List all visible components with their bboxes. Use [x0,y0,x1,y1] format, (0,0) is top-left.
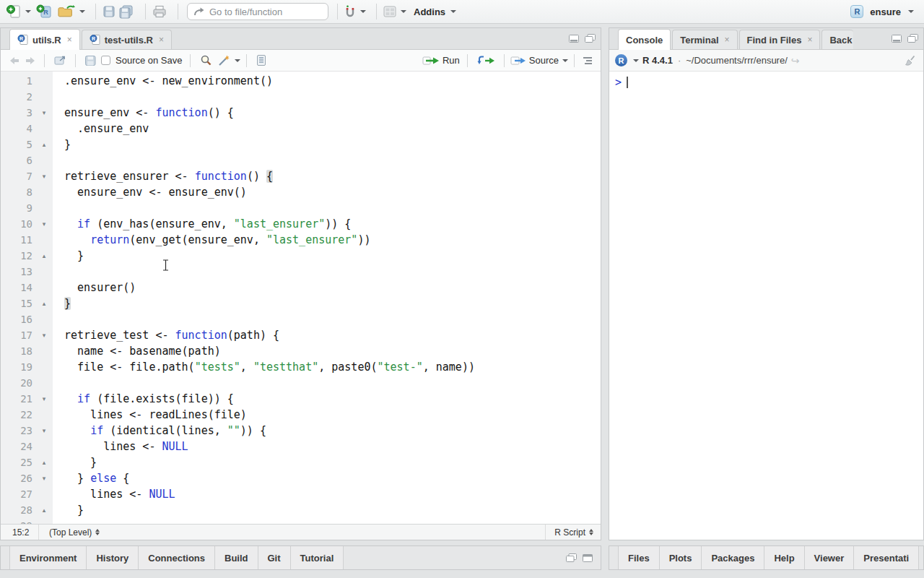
code-line[interactable]: 1.ensure_env <- new_environment() [1,73,601,89]
compile-report-icon[interactable] [256,54,267,66]
code-line[interactable]: 20 [1,375,601,391]
code-line[interactable]: 23▾ if (identical(lines, "")) { [1,423,601,439]
code-line[interactable]: 27 lines <- NULL [1,486,601,502]
code-line[interactable]: 4 .ensure_env [1,121,601,137]
save-icon[interactable] [102,4,116,19]
new-file-icon[interactable] [6,4,22,19]
tab-tutorial[interactable]: Tutorial [291,546,344,569]
tab-plots[interactable]: Plots [660,546,702,569]
fold-open-icon[interactable]: ▾ [35,327,53,343]
code-line[interactable]: 15▴} [1,296,601,311]
save-all-icon[interactable] [118,4,135,19]
code-line[interactable]: 7▾retrieve_ensurer <- function() { [1,168,601,184]
fold-open-icon[interactable]: ▾ [35,216,53,232]
close-icon[interactable]: × [67,35,72,45]
tab-presentation[interactable]: Presentati [854,546,919,569]
code-line[interactable]: 16 [1,311,601,327]
addins-menu[interactable]: Addins [411,7,456,17]
goto-file-box[interactable] [187,3,328,20]
code-line[interactable]: 11 return(env_get(ensure_env, "last_ensu… [1,232,601,248]
code-line[interactable]: 8 ensure_env <- ensure_env() [1,184,601,200]
open-folder-icon[interactable] [57,4,76,19]
code-line[interactable]: 12▴ } [1,248,601,264]
restore-icon[interactable] [565,553,578,563]
fold-close-icon[interactable]: ▴ [35,454,53,470]
close-icon[interactable]: × [725,35,730,45]
file-type-selector[interactable]: R Script [545,525,601,540]
close-icon[interactable]: × [159,35,164,45]
code-line[interactable]: 13 [1,264,601,280]
maximize-icon[interactable] [582,553,593,563]
code-line[interactable]: 5▴} [1,137,601,152]
open-dir-icon[interactable]: ↪ [791,55,800,66]
minimize-icon[interactable] [891,34,902,43]
fold-open-icon[interactable]: ▾ [35,391,53,407]
vcs-caret-icon[interactable] [360,10,366,13]
maximize-icon[interactable] [907,33,919,43]
r-version-caret-icon[interactable] [633,59,639,62]
code-line[interactable]: 25▴ } [1,454,601,470]
fold-open-icon[interactable]: ▾ [35,105,53,121]
maximize-icon[interactable] [584,33,596,43]
broom-icon[interactable] [905,54,918,67]
outline-icon[interactable] [580,56,593,66]
tab-console[interactable]: Console [618,29,671,50]
rerun-icon[interactable] [476,55,495,66]
fold-close-icon[interactable]: ▴ [35,502,53,518]
fold-close-icon[interactable]: ▴ [35,248,53,264]
code-line[interactable]: 2 [1,89,601,105]
code-line[interactable]: 29 [1,518,601,524]
code-line[interactable]: 14 ensurer() [1,280,601,296]
code-line[interactable]: 17▾retrieve_test <- function(path) { [1,327,601,343]
fold-open-icon[interactable]: ▾ [35,168,53,184]
tab-build[interactable]: Build [215,546,258,569]
wand-caret-icon[interactable] [235,59,240,62]
save-icon[interactable] [84,55,97,66]
code-line[interactable]: 9 [1,200,601,216]
code-line[interactable]: 10▾ if (env_has(ensure_env, "last_ensure… [1,216,601,232]
wand-icon[interactable] [217,54,231,66]
new-file-caret-icon[interactable] [25,10,31,13]
code-editor[interactable]: 1.ensure_env <- new_environment()23▾ensu… [1,72,601,524]
code-line[interactable]: 18 name <- basename(path) [1,343,601,359]
close-icon[interactable]: × [807,35,812,45]
goto-file-input[interactable] [209,7,318,17]
popout-icon[interactable] [53,55,66,66]
tab-utils-r[interactable]: R utils.R × [9,29,80,50]
fold-close-icon[interactable]: ▴ [35,137,53,152]
vcs-icon[interactable] [344,4,357,20]
fold-close-icon[interactable]: ▴ [35,296,53,311]
search-icon[interactable] [200,54,212,66]
project-menu[interactable]: R ensure [850,5,918,18]
source-on-save-checkbox[interactable] [101,56,110,65]
tab-connections[interactable]: Connections [139,546,215,569]
code-line[interactable]: 3▾ensure_env <- function() { [1,105,601,121]
fold-open-icon[interactable]: ▾ [35,470,53,486]
code-line[interactable]: 6 [1,152,601,168]
source-button[interactable]: Source [529,55,559,66]
code-line[interactable]: 24 lines <- NULL [1,439,601,454]
tab-viewer[interactable]: Viewer [805,546,855,569]
code-line[interactable]: 26▾ } else { [1,470,601,486]
source-icon[interactable] [510,56,528,66]
panes-caret-icon[interactable] [401,10,406,13]
tab-packages[interactable]: Packages [702,546,764,569]
code-line[interactable]: 28▴ } [1,502,601,518]
tab-test-utils-r[interactable]: R test-utils.R × [82,30,172,49]
tab-help[interactable]: Help [764,546,804,569]
tab-environment[interactable]: Environment [9,546,87,569]
tab-files[interactable]: Files [618,546,660,569]
scope-selector[interactable]: (Top Level) [39,527,100,538]
tab-terminal[interactable]: Terminal × [672,30,737,49]
tab-git[interactable]: Git [258,546,291,569]
code-line[interactable]: 21▾ if (file.exists(file)) { [1,391,601,407]
print-icon[interactable] [152,4,167,19]
tab-find-in-files[interactable]: Find in Files × [739,30,821,49]
panes-layout-icon[interactable] [383,5,397,18]
run-button[interactable]: Run [443,55,460,66]
code-line[interactable]: 19 file <- file.path("tests", "testthat"… [1,359,601,375]
code-line[interactable]: 22 lines <- readLines(file) [1,407,601,423]
open-folder-caret-icon[interactable] [79,10,85,13]
fold-open-icon[interactable]: ▾ [35,423,53,439]
forward-icon[interactable] [24,56,37,66]
